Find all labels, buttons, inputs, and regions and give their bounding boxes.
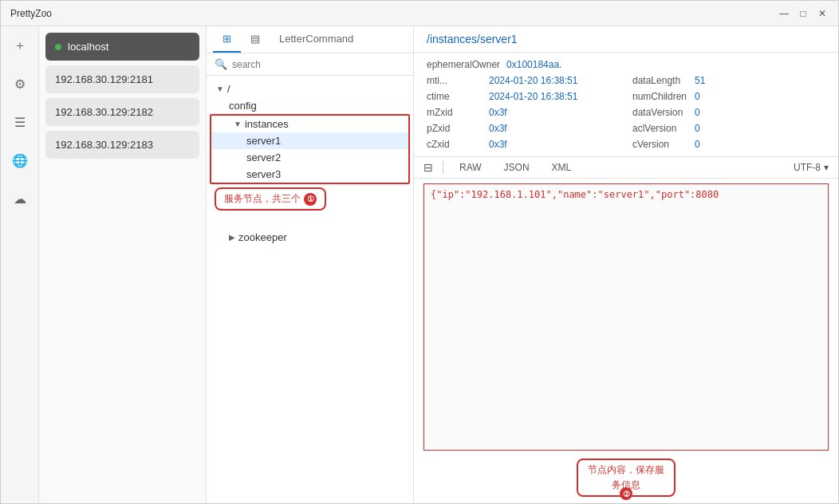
meta-row-ephemeralowner: ephemeralOwner 0x100184aa. xyxy=(427,59,825,70)
server-item-2182[interactable]: 192.168.30.129:2182 xyxy=(45,98,199,126)
node-label-config: config xyxy=(229,100,257,112)
tab-tree[interactable]: ⊞ xyxy=(213,26,241,53)
detail-panel: /instances/server1 ephemeralOwner 0x1001… xyxy=(414,26,838,503)
meta-row-ctime: ctime 2024-01-20 16:38:51 xyxy=(427,91,620,102)
meta-val-cversion: 0 xyxy=(695,139,700,150)
node-label-server2: server2 xyxy=(246,152,281,163)
content-icon: ⊟ xyxy=(423,161,433,174)
detail-header: /instances/server1 xyxy=(414,26,838,53)
meta-row-aclversion: aclVersion 0 xyxy=(632,123,825,134)
tree-node-server3[interactable]: server3 xyxy=(211,166,408,183)
meta-row-czxid: cZxid 0x3f xyxy=(427,139,620,150)
tree-tabs: ⊞ ▤ LetterCommand xyxy=(207,26,413,53)
meta-val-dataversion: 0 xyxy=(695,107,700,118)
encoding-label: UTF-8 xyxy=(794,162,821,173)
meta-row-cversion: cVersion 0 xyxy=(632,139,825,150)
detail-meta: ephemeralOwner 0x100184aa. mti... 2024-0… xyxy=(414,53,838,156)
titlebar: PrettyZoo — □ ✕ xyxy=(1,1,838,26)
detail-path: /instances/server1 xyxy=(427,33,518,45)
meta-val-pzxid: 0x3f xyxy=(489,123,507,134)
encoding-arrow-icon: ▾ xyxy=(824,162,829,173)
meta-row-pzxid: pZxid 0x3f xyxy=(427,123,620,134)
annotation2-circle: ② xyxy=(620,487,632,500)
meta-row-mti: mti... 2024-01-20 16:38:51 xyxy=(427,75,620,86)
maximize-button[interactable]: □ xyxy=(797,7,809,20)
server-list: localhost 192.168.30.129:2181 192.168.30… xyxy=(39,26,207,503)
server-label: 192.168.30.129:2181 xyxy=(55,73,153,85)
meta-row-dataversion: dataVersion 0 xyxy=(632,107,825,118)
settings-icon[interactable]: ⚙ xyxy=(7,71,33,96)
meta-key-czxid: cZxid xyxy=(427,139,483,150)
annotation2-text: 节点内容，保存服 xyxy=(588,463,664,477)
xml-button[interactable]: XML xyxy=(546,160,578,175)
terminal-tab-icon: ▤ xyxy=(250,33,260,45)
meta-row-numchildren: numChildren 0 xyxy=(632,91,825,102)
meta-key-numchildren: numChildren xyxy=(632,91,688,102)
app-window: PrettyZoo — □ ✕ ＋ ⚙ ☰ 🌐 ☁ localhost 192.… xyxy=(0,0,839,504)
meta-val-czxid: 0x3f xyxy=(489,139,507,150)
meta-key-mti: mti... xyxy=(427,75,483,86)
meta-val-mti: 2024-01-20 16:38:51 xyxy=(489,75,577,86)
meta-key-dataversion: dataVersion xyxy=(632,107,688,118)
meta-key-datalength: dataLength xyxy=(632,75,688,86)
tree-node-root[interactable]: ▼ / xyxy=(207,81,413,97)
meta-val-aclversion: 0 xyxy=(695,123,700,134)
search-icon: 🔍 xyxy=(215,58,227,70)
server-item-2181[interactable]: 192.168.30.129:2181 xyxy=(45,65,199,93)
tab-letter-command[interactable]: LetterCommand xyxy=(270,26,363,53)
meta-key-pzxid: pZxid xyxy=(427,123,483,134)
cloud-icon[interactable]: ☁ xyxy=(7,186,33,211)
arrow-root: ▼ xyxy=(216,85,224,93)
letter-command-label: LetterCommand xyxy=(279,33,353,45)
content-value: {"ip":"192.168.1.101","name":"server1","… xyxy=(431,189,719,200)
close-button[interactable]: ✕ xyxy=(816,7,829,20)
content-editor[interactable]: {"ip":"192.168.1.101","name":"server1","… xyxy=(423,183,829,451)
instances-annotation: ▼ instances server1 server2 xyxy=(207,114,413,229)
tree-node-config[interactable]: config xyxy=(207,97,413,114)
toolbar-divider xyxy=(443,161,443,174)
node-label-zookeeper: zookeeper xyxy=(238,231,287,243)
tab-terminal[interactable]: ▤ xyxy=(241,26,270,53)
server-label: localhost xyxy=(68,41,108,53)
annotation1-text: 服务节点，共三个 xyxy=(224,192,301,206)
meta-val-numchildren: 0 xyxy=(695,91,700,102)
annotation2-area: 节点内容，保存服 务信息 ② xyxy=(414,455,838,503)
tree-node-server2[interactable]: server2 xyxy=(211,149,408,166)
meta-val-ctime: 2024-01-20 16:38:51 xyxy=(489,91,577,102)
server-item-localhost[interactable]: localhost xyxy=(45,33,199,61)
raw-button[interactable]: RAW xyxy=(453,160,488,175)
meta-row-datalength: dataLength 51 xyxy=(632,75,825,86)
encoding-select[interactable]: UTF-8 ▾ xyxy=(794,162,829,173)
json-button[interactable]: JSON xyxy=(498,160,536,175)
list-icon[interactable]: ☰ xyxy=(7,109,33,135)
add-icon[interactable]: ＋ xyxy=(7,33,33,58)
connection-dot xyxy=(55,44,61,50)
node-label-instances: instances xyxy=(245,118,289,130)
server-item-2183[interactable]: 192.168.30.129:2183 xyxy=(45,131,199,159)
meta-val-mzxid: 0x3f xyxy=(489,107,507,118)
meta-val-ephemeralowner: 0x100184aa. xyxy=(506,59,561,70)
content-area: ⊟ RAW JSON XML UTF-8 ▾ {"ip":"192.168.1.… xyxy=(414,156,838,503)
meta-key-ephemeralowner: ephemeralOwner xyxy=(427,59,500,70)
meta-row-mzxid: mZxid 0x3f xyxy=(427,107,620,118)
arrow-instances: ▼ xyxy=(234,120,242,128)
annotation1-bubble: 服务节点，共三个 ① xyxy=(215,187,326,211)
content-editor-wrapper: {"ip":"192.168.1.101","name":"server1","… xyxy=(414,179,838,503)
tree-panel: ⊞ ▤ LetterCommand 🔍 ▼ / xyxy=(207,26,414,503)
server-label: 192.168.30.129:2183 xyxy=(55,139,153,151)
instances-box: ▼ instances server1 server2 xyxy=(210,114,410,184)
meta-key-aclversion: aclVersion xyxy=(632,123,688,134)
app-title: PrettyZoo xyxy=(10,8,52,19)
globe-icon[interactable]: 🌐 xyxy=(7,148,33,173)
main-layout: ＋ ⚙ ☰ 🌐 ☁ localhost 192.168.30.129:2181 … xyxy=(1,26,838,503)
tree-node-zookeeper[interactable]: ▶ zookeeper xyxy=(207,229,413,246)
minimize-button[interactable]: — xyxy=(778,7,790,20)
node-label-server1: server1 xyxy=(246,135,281,147)
node-label-root: / xyxy=(227,83,230,95)
search-input[interactable] xyxy=(232,59,405,70)
tree-node-instances[interactable]: ▼ instances xyxy=(211,116,408,132)
tree-node-server1[interactable]: server1 xyxy=(211,132,408,149)
tree-tab-icon: ⊞ xyxy=(223,33,231,45)
server-label: 192.168.30.129:2182 xyxy=(55,106,153,118)
annotation1-circle: ① xyxy=(304,193,317,206)
